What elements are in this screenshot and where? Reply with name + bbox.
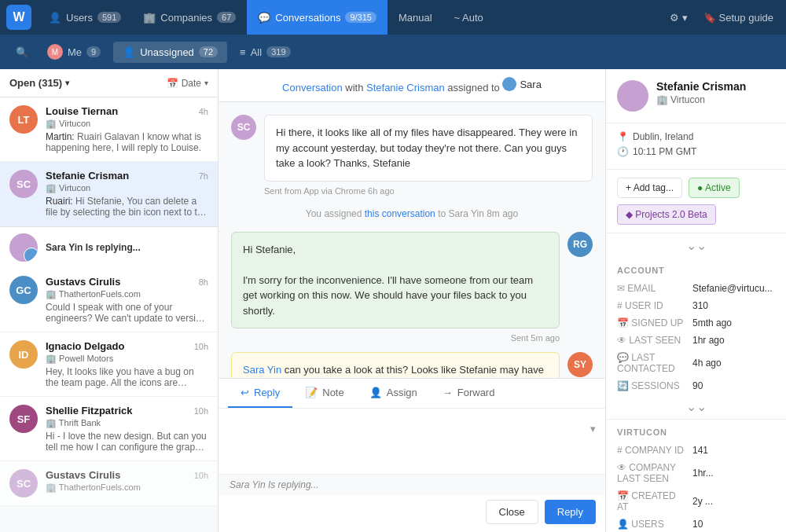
expand-button[interactable]: ⌄⌄ [606, 233, 786, 258]
list-item[interactable]: GC Gustavs Cirulis 8h 🏢 ThathertonFuels.… [0, 268, 218, 332]
close-button[interactable]: Close [486, 500, 538, 524]
message-meta: Sent 5m ago [231, 333, 560, 343]
app-logo[interactable]: W [6, 5, 31, 30]
info-signed-up: 📅 SIGNED UP 5mth ago [606, 314, 786, 332]
info-users: 👤 USERS 10 [606, 515, 786, 532]
list-item[interactable]: LT Louise Tiernan 4h 🏢 Virtucon Martin: … [0, 97, 218, 162]
reply-area: ↩ Reply 📝 Note 👤 Assign → Forward [219, 378, 605, 532]
tab-assign[interactable]: 👤 Assign [357, 379, 430, 408]
avatar: ID [9, 340, 38, 369]
search-button[interactable]: 🔍 [9, 42, 35, 63]
sub-nav: 🔍 M Me 9 👤 Unassigned 72 ≡ All 319 [0, 35, 786, 69]
list-header: Open (315) ▾ 📅 Date ▾ [0, 69, 218, 97]
conversation-panel: Conversation with Stefanie Crisman assig… [219, 69, 605, 532]
typing-bar: Sara Yin Is replying... [219, 474, 605, 495]
info-sessions: 🔄 SESSIONS 90 [606, 377, 786, 394]
open-filter[interactable]: Open (315) ▾ [9, 77, 69, 89]
contact-link[interactable]: Stefanie Crisman [366, 82, 445, 94]
avatar: SC [9, 170, 38, 198]
company-section-title: VIRTUCON [606, 420, 786, 442]
conversation-title-bar: Conversation with Stefanie Crisman assig… [219, 69, 605, 102]
reply-button[interactable]: Reply [545, 500, 596, 524]
info-last-contacted: 💬 LAST CONTACTED 4h ago [606, 349, 786, 377]
filter-unassigned[interactable]: 👤 Unassigned 72 [113, 42, 227, 63]
info-last-seen: 👁 LAST SEEN 1hr ago [606, 332, 786, 349]
list-item[interactable]: SC Stefanie Crisman 7h 🏢 Virtucon Ruairi… [0, 162, 218, 226]
info-company-id: # COMPANY ID 141 [606, 442, 786, 459]
contact-actions: + Add tag... ● Active ◆ Projects 2.0 Bet… [606, 170, 786, 233]
message-agent: RG Hi Stefanie, I'm sorry for the inconv… [231, 232, 593, 343]
list-item[interactable]: ID Ignacio Delgado 10h 🏢 Powell Motors H… [0, 332, 218, 397]
account-expand-button[interactable]: ⌄⌄ [606, 394, 786, 419]
avatar: LT [9, 105, 38, 134]
reply-tabs: ↩ Reply 📝 Note 👤 Assign → Forward [219, 379, 605, 409]
reply-input-area: ▾ [219, 409, 605, 474]
top-nav: W 👤 Users 591 🏢 Companies 67 💬 Conversat… [0, 0, 786, 35]
main-layout: Open (315) ▾ 📅 Date ▾ LT Louise Tiernan … [0, 69, 786, 532]
message-avatar: SC [231, 115, 256, 140]
info-created-at: 📅 CREATED AT 2y ... [606, 487, 786, 515]
conversation-list-panel: Open (315) ▾ 📅 Date ▾ LT Louise Tiernan … [0, 69, 219, 532]
assignee-info: Sara [502, 77, 541, 91]
nav-manual[interactable]: Manual [387, 0, 443, 35]
tab-forward[interactable]: → Forward [430, 379, 508, 408]
dropdown-icon[interactable]: ▾ [590, 423, 596, 435]
contact-location-details: 📍 Dublin, Ireland 🕐 10:11 PM GMT [606, 123, 786, 170]
contact-company: 🏢 Virtucon [656, 94, 746, 105]
conversation-list: LT Louise Tiernan 4h 🏢 Virtucon Martin: … [0, 97, 218, 532]
message-meta: Sent from App via Chrome 6h ago [264, 186, 593, 196]
message-bubble: Hi there, it looks like all of my files … [264, 115, 593, 182]
filter-me[interactable]: M Me 9 [38, 39, 110, 64]
typing-indicator: Sara Yin Is replying... [0, 226, 218, 268]
messages-area: SC Hi there, it looks like all of my fil… [219, 102, 605, 378]
info-email: ✉ EMAIL Stefanie@virtucu... [606, 280, 786, 297]
message-bubble: Hi Stefanie, I'm sorry for the inconveni… [231, 232, 560, 329]
contact-details-panel: Stefanie Crisman 🏢 Virtucon 📍 Dublin, Ir… [605, 69, 786, 532]
nav-right-actions: ⚙ ▾ 🔖 Setup guide [663, 9, 780, 27]
me-avatar: M [47, 44, 63, 60]
reply-input[interactable] [228, 416, 596, 464]
nav-conversations[interactable]: 💬 Conversations 9/315 [247, 0, 387, 35]
info-company-last-seen: 👁 COMPANY LAST SEEN 1hr... [606, 459, 786, 487]
tab-note[interactable]: 📝 Note [292, 379, 356, 408]
reply-actions: Close Reply [219, 495, 605, 532]
conversation-link[interactable]: Conversation [282, 82, 343, 94]
list-item[interactable]: SF Shellie Fitzpatrick 10h 🏢 Thrift Bank… [0, 397, 218, 461]
avatar: GC [9, 276, 38, 304]
contact-avatar [617, 80, 648, 112]
contact-header: Stefanie Crisman 🏢 Virtucon [606, 69, 786, 123]
filter-all[interactable]: ≡ All 319 [230, 42, 299, 63]
avatar: SC [9, 469, 38, 497]
add-tag-button[interactable]: + Add tag... [617, 178, 682, 198]
system-message: You assigned this conversation to Sara Y… [231, 205, 593, 222]
message-customer: SC Hi there, it looks like all of my fil… [231, 115, 593, 196]
tab-reply[interactable]: ↩ Reply [228, 379, 292, 408]
message-internal: SY Sara Yin can you take a look at this?… [231, 352, 593, 378]
company-section: VIRTUCON # COMPANY ID 141 👁 COMPANY LAST… [606, 419, 786, 532]
projects-beta-button[interactable]: ◆ Projects 2.0 Beta [617, 204, 716, 225]
info-userid: # USER ID 310 [606, 297, 786, 314]
setup-guide-link[interactable]: 🔖 Setup guide [697, 9, 780, 27]
message-avatar: SY [567, 352, 593, 377]
list-item[interactable]: SC Gustavs Cirulis 10h 🏢 ThathertonFuels… [0, 461, 218, 506]
sort-button[interactable]: 📅 Date ▾ [167, 78, 208, 89]
message-avatar: RG [567, 232, 593, 257]
nav-users[interactable]: 👤 Users 591 [38, 0, 132, 35]
settings-icon[interactable]: ⚙ ▾ [663, 9, 694, 27]
assignee-avatar [502, 77, 516, 91]
account-section-title: ACCOUNT [606, 258, 786, 280]
typing-avatar [9, 233, 38, 262]
nav-companies[interactable]: 🏢 Companies 67 [132, 0, 247, 35]
status-active-button[interactable]: ● Active [689, 178, 740, 198]
message-bubble: Sara Yin can you take a look at this? Lo… [231, 352, 560, 378]
contact-name: Stefanie Crisman [656, 80, 746, 93]
nav-auto[interactable]: ~ Auto [443, 0, 494, 35]
avatar: SF [9, 405, 38, 433]
